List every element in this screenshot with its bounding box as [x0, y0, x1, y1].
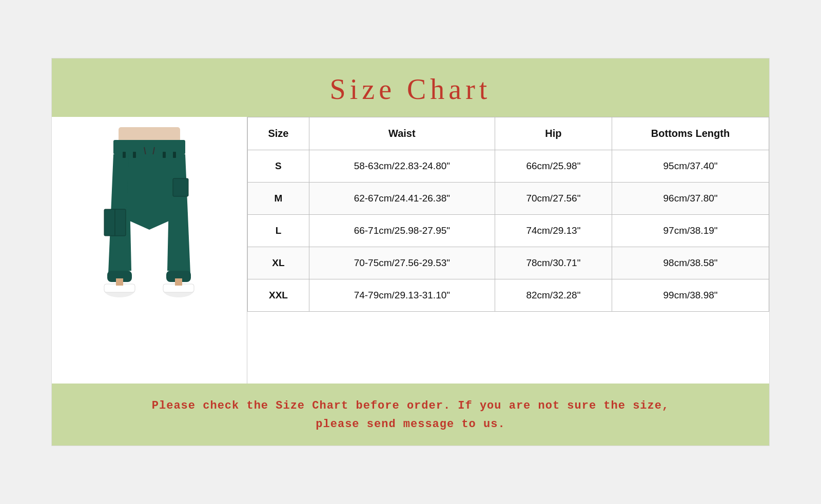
table-row: XL70-75cm/27.56-29.53"78cm/30.71"98cm/38… — [248, 247, 769, 279]
cell-waist: 74-79cm/29.13-31.10" — [309, 279, 495, 312]
cell-size: M — [248, 183, 309, 215]
table-row: XXL74-79cm/29.13-31.10"82cm/32.28"99cm/3… — [248, 279, 769, 312]
pants-illustration — [72, 127, 226, 373]
footer-line2: please send message to us. — [316, 418, 505, 431]
svg-rect-18 — [133, 152, 136, 158]
cell-size: S — [248, 150, 309, 183]
cell-hip: 78cm/30.71" — [495, 247, 612, 279]
cell-size: L — [248, 215, 309, 247]
cell-length: 96cm/37.80" — [612, 183, 769, 215]
col-header-hip: Hip — [495, 117, 612, 150]
cell-waist: 62-67cm/24.41-26.38" — [309, 183, 495, 215]
svg-rect-20 — [173, 152, 176, 158]
table-section: Size Waist Hip Bottoms Length S58-63cm/2… — [247, 117, 769, 384]
cell-waist: 70-75cm/27.56-29.53" — [309, 247, 495, 279]
cell-length: 99cm/38.98" — [612, 279, 769, 312]
cell-hip: 74cm/29.13" — [495, 215, 612, 247]
table-row: L66-71cm/25.98-27.95"74cm/29.13"97cm/38.… — [248, 215, 769, 247]
footer-band: Please check the Size Chart before order… — [52, 384, 769, 445]
table-header-row: Size Waist Hip Bottoms Length — [248, 117, 769, 150]
chart-title: Size Chart — [52, 73, 769, 106]
main-content: Size Waist Hip Bottoms Length S58-63cm/2… — [52, 117, 769, 384]
pants-image — [72, 127, 226, 373]
image-section — [52, 117, 247, 384]
size-table: Size Waist Hip Bottoms Length S58-63cm/2… — [247, 117, 769, 312]
col-header-size: Size — [248, 117, 309, 150]
col-header-length: Bottoms Length — [612, 117, 769, 150]
svg-rect-17 — [123, 152, 126, 158]
cell-hip: 82cm/32.28" — [495, 279, 612, 312]
cell-hip: 70cm/27.56" — [495, 183, 612, 215]
cell-length: 97cm/38.19" — [612, 215, 769, 247]
svg-rect-19 — [163, 152, 166, 158]
col-header-waist: Waist — [309, 117, 495, 150]
table-row: M62-67cm/24.41-26.38"70cm/27.56"96cm/37.… — [248, 183, 769, 215]
svg-rect-15 — [116, 278, 123, 286]
cell-size: XXL — [248, 279, 309, 312]
cell-hip: 66cm/25.98" — [495, 150, 612, 183]
cell-waist: 58-63cm/22.83-24.80" — [309, 150, 495, 183]
cell-length: 98cm/38.58" — [612, 247, 769, 279]
svg-rect-8 — [173, 178, 188, 196]
size-chart-container: Size Chart — [51, 58, 770, 446]
header-band: Size Chart — [52, 58, 769, 117]
table-row: S58-63cm/22.83-24.80"66cm/25.98"95cm/37.… — [248, 150, 769, 183]
cell-waist: 66-71cm/25.98-27.95" — [309, 215, 495, 247]
footer-line1: Please check the Size Chart before order… — [152, 399, 669, 412]
footer-text: Please check the Size Chart before order… — [72, 397, 749, 433]
cell-length: 95cm/37.40" — [612, 150, 769, 183]
cell-size: XL — [248, 247, 309, 279]
svg-rect-16 — [175, 278, 182, 286]
